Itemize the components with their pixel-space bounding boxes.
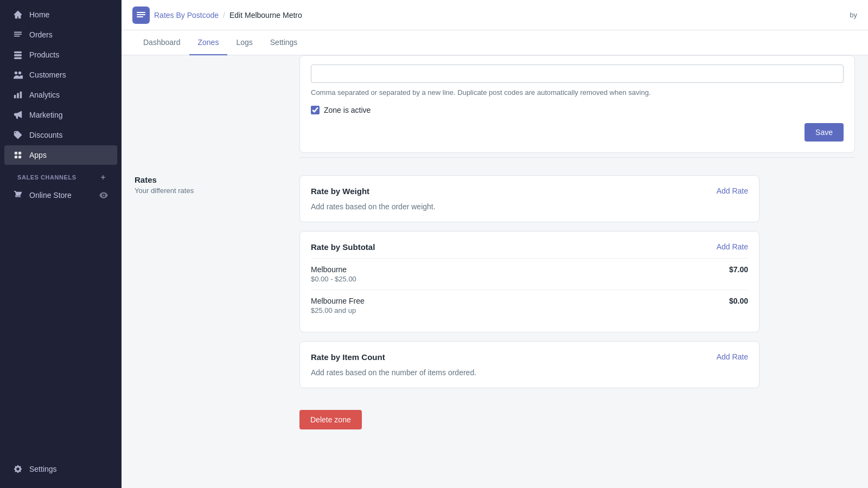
topbar-right-text: by xyxy=(850,11,857,19)
app-icon xyxy=(132,7,150,24)
sales-channels-label: SALES CHANNELS xyxy=(17,174,76,181)
sidebar-item-marketing-label: Marketing xyxy=(29,111,62,119)
store-icon xyxy=(13,190,23,200)
sidebar-item-products-label: Products xyxy=(29,50,59,59)
page-body: Rates Your different rates Rate by Weigh… xyxy=(122,162,773,401)
settings-icon xyxy=(13,464,23,474)
content-area: Comma separated or separated by a new li… xyxy=(122,55,868,488)
sidebar-item-home-label: Home xyxy=(29,10,49,19)
products-icon xyxy=(13,50,23,60)
rate-by-subtotal-card: Rate by Subtotal Add Rate Melbourne $0.0… xyxy=(299,231,760,332)
topbar: Rates By Postcode / Edit Melbourne Metro… xyxy=(122,0,868,30)
sidebar-item-analytics[interactable]: Analytics xyxy=(4,85,117,105)
rate-row-range-1: $25.00 and up xyxy=(311,306,365,314)
discounts-icon xyxy=(13,130,23,140)
zone-active-label: Zone is active xyxy=(324,106,371,114)
add-rate-item-count-button[interactable]: Add Rate xyxy=(717,352,748,361)
rate-by-weight-header: Rate by Weight Add Rate xyxy=(311,187,748,196)
sidebar-nav: Home Orders Products Customers Analytics xyxy=(0,0,122,454)
rate-row-price-1: $0.00 xyxy=(729,297,748,305)
zone-edit-card: Comma separated or separated by a new li… xyxy=(299,55,855,153)
rates-title: Rates xyxy=(135,175,286,184)
home-icon xyxy=(13,10,23,20)
zone-active-checkbox[interactable] xyxy=(311,106,320,114)
rate-by-item-count-desc: Add rates based on the number of items o… xyxy=(311,368,748,377)
sidebar-item-analytics-label: Analytics xyxy=(29,91,60,99)
rate-by-weight-title: Rate by Weight xyxy=(311,187,369,196)
rate-by-item-count-header: Rate by Item Count Add Rate xyxy=(311,352,748,362)
sales-channels-section: SALES CHANNELS xyxy=(4,165,117,185)
sidebar-item-products[interactable]: Products xyxy=(4,45,117,65)
rate-by-weight-desc: Add rates based on the order weight. xyxy=(311,202,748,211)
tabs-bar: Dashboard Zones Logs Settings xyxy=(122,30,868,55)
rate-by-weight-card: Rate by Weight Add Rate Add rates based … xyxy=(299,175,760,222)
section-divider xyxy=(299,157,855,158)
rate-by-subtotal-header: Rate by Subtotal Add Rate xyxy=(311,242,748,252)
apps-icon xyxy=(13,150,23,160)
zone-hint: Comma separated or separated by a new li… xyxy=(311,87,844,98)
postcodes-input[interactable] xyxy=(311,65,844,83)
rate-by-subtotal-title: Rate by Subtotal xyxy=(311,242,375,252)
breadcrumb-separator: / xyxy=(223,11,225,20)
customers-icon xyxy=(13,70,23,80)
delete-zone-section: Delete zone xyxy=(122,401,868,447)
rates-desc: Your different rates xyxy=(135,187,286,195)
main-content: Rates By Postcode / Edit Melbourne Metro… xyxy=(122,0,868,488)
delete-zone-button[interactable]: Delete zone xyxy=(299,410,362,429)
sidebar-item-apps[interactable]: Apps xyxy=(4,145,117,165)
sidebar-item-settings[interactable]: Settings xyxy=(4,459,117,479)
rate-by-item-count-title: Rate by Item Count xyxy=(311,352,385,362)
sidebar-bottom: Settings xyxy=(0,454,122,488)
sidebar-item-customers-label: Customers xyxy=(29,70,66,79)
sidebar-item-home[interactable]: Home xyxy=(4,5,117,24)
left-panel: Rates Your different rates xyxy=(135,175,286,388)
add-rate-subtotal-button[interactable]: Add Rate xyxy=(717,242,748,251)
sidebar-item-discounts-label: Discounts xyxy=(29,131,62,139)
rate-row-info-melbourne-free: Melbourne Free $25.00 and up xyxy=(311,297,365,314)
sidebar-item-discounts[interactable]: Discounts xyxy=(4,125,117,145)
analytics-icon xyxy=(13,90,23,100)
rate-row-price-0: $7.00 xyxy=(729,265,748,274)
add-sales-channel-button[interactable] xyxy=(98,172,108,183)
rate-row-name-0: Melbourne xyxy=(311,265,356,274)
tab-zones[interactable]: Zones xyxy=(189,30,228,55)
save-button[interactable]: Save xyxy=(805,123,844,142)
right-panel: Rate by Weight Add Rate Add rates based … xyxy=(299,175,760,388)
breadcrumb-current: Edit Melbourne Metro xyxy=(229,11,302,20)
sidebar-item-orders-label: Orders xyxy=(29,30,53,39)
breadcrumb-app-name[interactable]: Rates By Postcode xyxy=(154,11,219,20)
rate-by-item-count-card: Rate by Item Count Add Rate Add rates ba… xyxy=(299,341,760,388)
rate-row-melbourne-free[interactable]: Melbourne Free $25.00 and up $0.00 xyxy=(311,290,748,321)
tab-dashboard[interactable]: Dashboard xyxy=(135,30,189,55)
sidebar-item-online-store[interactable]: Online Store xyxy=(4,185,117,205)
marketing-icon xyxy=(13,110,23,120)
sidebar-item-apps-label: Apps xyxy=(29,151,47,159)
rate-row-range-0: $0.00 - $25.00 xyxy=(311,275,356,283)
add-rate-weight-button[interactable]: Add Rate xyxy=(717,187,748,195)
sidebar-item-settings-label: Settings xyxy=(29,465,57,473)
breadcrumb: Rates By Postcode / Edit Melbourne Metro xyxy=(154,11,302,20)
sidebar: Home Orders Products Customers Analytics xyxy=(0,0,122,488)
sidebar-item-orders[interactable]: Orders xyxy=(4,25,117,44)
sidebar-item-online-store-label: Online Store xyxy=(29,191,72,200)
eye-icon xyxy=(99,190,108,200)
rate-row-name-1: Melbourne Free xyxy=(311,297,365,305)
tab-settings[interactable]: Settings xyxy=(261,30,307,55)
rate-row-melbourne[interactable]: Melbourne $0.00 - $25.00 $7.00 xyxy=(311,258,748,290)
save-btn-row: Save xyxy=(311,123,844,142)
rate-row-info-melbourne: Melbourne $0.00 - $25.00 xyxy=(311,265,356,283)
sidebar-item-customers[interactable]: Customers xyxy=(4,65,117,85)
zone-active-row: Zone is active xyxy=(311,106,844,114)
orders-icon xyxy=(13,30,23,40)
sidebar-item-marketing[interactable]: Marketing xyxy=(4,105,117,125)
tab-logs[interactable]: Logs xyxy=(227,30,261,55)
